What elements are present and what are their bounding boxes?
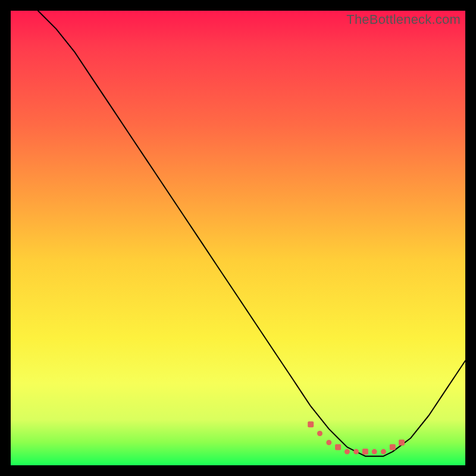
valley-markers [308,421,405,455]
bottleneck-curve [11,11,465,465]
marker-point [381,449,386,455]
marker-point [335,444,341,450]
marker-point [308,421,314,427]
chart-frame: TheBottleneck.com [0,0,476,476]
marker-point [390,444,396,450]
marker-point [362,449,368,455]
curve-path [38,11,465,456]
marker-point [326,440,331,445]
marker-point [345,449,350,455]
marker-point [372,449,377,455]
marker-point [353,449,359,455]
plot-area: TheBottleneck.com [11,11,465,465]
marker-point [399,440,405,446]
marker-point [317,431,322,436]
